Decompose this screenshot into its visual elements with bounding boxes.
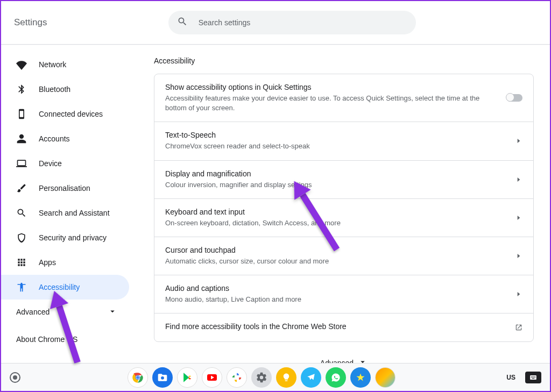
shelf-app-canvas[interactable] [350,367,371,388]
shelf-app-telegram[interactable] [301,367,321,388]
sidebar-item-device[interactable]: Device [1,151,129,176]
row-desc: ChromeVox screen reader and select-to-sp… [165,141,501,151]
row-display-magnification[interactable]: Display and magnification Colour inversi… [154,161,533,199]
row-web-store-link[interactable]: Find more accessibility tools in the Chr… [154,313,533,341]
row-desc: Colour inversion, magnifier and display … [165,180,501,190]
sidebar-item-connected-devices[interactable]: Connected devices [1,102,129,126]
sidebar-item-label: Connected devices [39,110,103,118]
row-title: Keyboard and text input [165,208,501,216]
accessibility-icon [16,282,27,293]
svg-point-3 [136,376,139,379]
sidebar-item-label: Apps [39,258,56,267]
row-title: Audio and captions [165,284,501,293]
sidebar-item-label: Search and Assistant [39,209,110,217]
sidebar-item-search-assistant[interactable]: Search and Assistant [1,201,129,225]
sidebar-item-label: Accounts [39,134,70,143]
toggle-off-icon[interactable] [506,94,522,102]
shelf-app-play-store[interactable] [177,367,197,388]
shelf: US [1,363,550,391]
person-icon [16,133,27,144]
sidebar-item-personalisation[interactable]: Personalisation [1,176,129,201]
sidebar-item-label: Advanced [16,308,50,316]
chevron-down-icon [108,307,117,318]
top-bar: Settings [1,1,550,44]
row-text-to-speech[interactable]: Text-to-Speech ChromeVox screen reader a… [154,122,533,160]
row-title: Find more accessibility tools in the Chr… [165,322,501,331]
row-desc: Accessibility features make your device … [165,94,501,113]
search-box[interactable] [168,11,416,34]
search-input[interactable] [197,18,407,27]
shelf-app-chrome[interactable] [128,367,148,388]
chevron-right-icon [501,290,522,298]
ime-indicator[interactable]: US [502,372,520,383]
row-quick-settings-toggle[interactable]: Show accessibility options in Quick Sett… [154,74,533,122]
laptop-icon [16,158,27,169]
apps-icon [16,257,27,268]
sidebar-item-accounts[interactable]: Accounts [1,126,129,151]
shelf-app-photos[interactable] [227,367,247,388]
sidebar-item-label: Security and privacy [39,233,107,242]
launcher-button[interactable] [10,372,20,383]
wifi-icon [16,59,27,70]
shelf-app-keep[interactable] [276,367,296,388]
settings-card: Show accessibility options in Quick Sett… [154,74,534,342]
sidebar-item-label: Network [39,60,66,69]
shelf-app-whatsapp[interactable] [326,367,346,388]
sidebar-item-network[interactable]: Network [1,52,129,77]
chevron-right-icon [501,214,522,222]
shelf-app-youtube[interactable] [202,367,222,388]
open-external-icon [501,324,522,331]
chevron-right-icon [501,137,522,145]
virtual-keyboard-button[interactable] [525,372,541,383]
svg-point-4 [161,376,164,379]
shelf-app-files[interactable] [152,367,173,388]
sidebar-item-apps[interactable]: Apps [1,250,129,275]
chevron-right-icon [501,252,522,260]
app-title: Settings [14,17,47,28]
main-content: Accessibility Show accessibility options… [137,45,550,391]
chevron-right-icon [501,176,522,183]
shelf-app-settings[interactable] [251,367,272,388]
sidebar-item-label: Device [39,159,62,168]
row-title: Show accessibility options in Quick Sett… [165,83,501,91]
sidebar-item-label: Personalisation [39,184,90,193]
shield-icon [16,232,27,243]
phone-icon [16,109,27,119]
search-icon [16,208,27,218]
sidebar-item-security[interactable]: Security and privacy [1,225,129,250]
search-icon [177,16,188,29]
shelf-app-wallpaper[interactable] [375,367,395,388]
shelf-apps [128,367,395,388]
row-audio-captions[interactable]: Audio and captions Mono audio, startup, … [154,275,533,313]
row-title: Display and magnification [165,169,501,178]
bluetooth-icon [16,84,27,95]
row-keyboard-text-input[interactable]: Keyboard and text input On-screen keyboa… [154,199,533,237]
row-title: Text-to-Speech [165,131,501,139]
brush-icon [16,183,27,194]
page-title: Accessibility [154,56,534,65]
sidebar-item-label: Bluetooth [39,85,70,94]
row-desc: Mono audio, startup, Live Caption and mo… [165,295,501,304]
row-desc: Automatic clicks, cursor size, cursor co… [165,256,501,266]
sidebar-item-bluetooth[interactable]: Bluetooth [1,77,129,102]
